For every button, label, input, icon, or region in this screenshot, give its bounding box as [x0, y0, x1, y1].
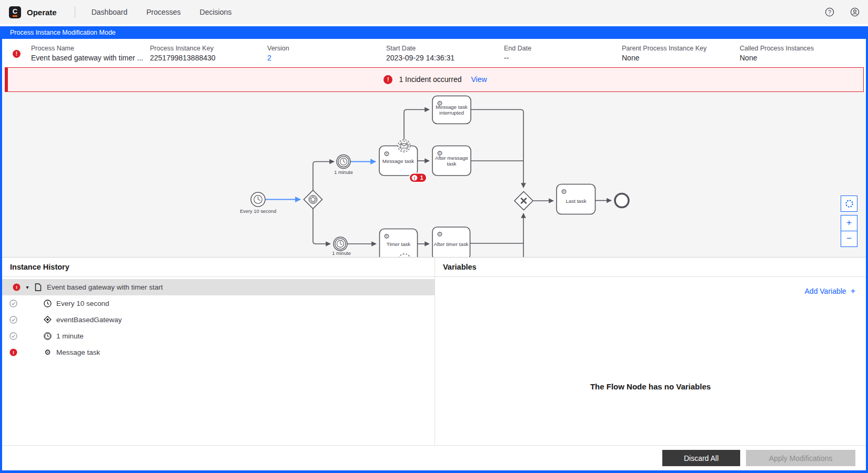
incident-count-text: 1 Incident occurred: [399, 75, 461, 84]
diagram-controls: + −: [841, 196, 857, 247]
history-row[interactable]: Every 10 second: [2, 295, 435, 312]
nav-tab-decisions[interactable]: Decisions: [200, 8, 232, 16]
svg-text:After message: After message: [435, 155, 469, 160]
message-boundary-event[interactable]: [398, 140, 410, 152]
clock-icon: [44, 300, 52, 307]
bottom-panels: Instance History !▾Event based gateway w…: [2, 257, 866, 446]
event-based-gateway[interactable]: [304, 190, 322, 209]
variables-body: Add Variable + The Flow Node has no Vari…: [435, 277, 866, 446]
logo-letter: C: [13, 8, 17, 15]
incident-banner: ! 1 Incident occurred View: [5, 67, 864, 92]
task-message-task-interrupted[interactable]: ⚙ Message task interrupted: [432, 96, 471, 124]
svg-text:1 minute: 1 minute: [334, 169, 353, 174]
app-title: Operate: [27, 8, 57, 17]
field-start-date: Start Date 2023-09-29 14:36:31: [386, 45, 504, 67]
diagram-reset-button[interactable]: [841, 196, 857, 212]
nav-tabs: Dashboard Processes Decisions: [92, 8, 232, 16]
instance-history-title: Instance History: [2, 258, 435, 277]
task-after-message-task[interactable]: ⚙ After message task: [432, 146, 471, 176]
timer-event-1-minute-top[interactable]: 1 minute: [334, 155, 353, 174]
svg-text:1 minute: 1 minute: [332, 251, 351, 256]
field-parent-process-instance-key: Parent Process Instance Key None: [622, 45, 740, 67]
field-called-process-instances: Called Process Instances None: [740, 45, 866, 67]
svg-text:!: !: [414, 175, 416, 180]
svg-text:Every 10 second: Every 10 second: [240, 208, 276, 213]
instance-state: !: [2, 45, 31, 67]
nav-divider: [75, 6, 75, 18]
svg-text:!: !: [13, 349, 14, 355]
svg-text:Message task: Message task: [382, 158, 415, 163]
modification-footer: Discard All Apply Modifications: [2, 445, 866, 470]
incident-state-icon: !: [13, 283, 21, 291]
svg-text:!: !: [16, 284, 17, 290]
logo-underline: [13, 15, 17, 17]
incident-state-icon: !: [13, 50, 21, 58]
instance-history-panel: Instance History !▾Event based gateway w…: [2, 258, 435, 446]
field-end-date: End Date --: [504, 45, 622, 67]
document-icon: [34, 283, 42, 291]
zoom-out-button[interactable]: −: [841, 231, 857, 247]
service-task-gear-icon: ⚙: [561, 187, 567, 195]
field-process-name: Process Name Event based gateway with ti…: [31, 45, 150, 67]
help-icon[interactable]: ?: [825, 7, 834, 17]
discard-all-button[interactable]: Discard All: [662, 450, 740, 466]
chevron-down-icon[interactable]: ▾: [25, 284, 30, 290]
task-message-task[interactable]: ⚙ Message task: [379, 146, 418, 176]
svg-text:?: ?: [828, 9, 831, 15]
task-timer-task[interactable]: ⚙ Timer task: [380, 229, 418, 257]
incident-icon: !: [383, 75, 392, 84]
exclusive-gateway[interactable]: [514, 191, 533, 210]
variables-empty-message: The Flow Node has no Variables: [435, 382, 866, 391]
gateway-icon: [44, 315, 52, 324]
history-row-label: Event based gateway with timer start: [47, 283, 163, 291]
instance-history-list: !▾Event based gateway with timer startEv…: [2, 277, 435, 361]
variables-title: Variables: [435, 258, 866, 277]
svg-text:After timer task: After timer task: [434, 241, 469, 247]
version-link[interactable]: 2: [267, 54, 386, 62]
completed-state-icon: [9, 300, 17, 307]
field-process-instance-key: Process Instance Key 2251799813888430: [150, 45, 267, 67]
modification-frame: Process Instance Modification Mode ! Pro…: [0, 26, 868, 473]
svg-text:Timer task: Timer task: [387, 241, 410, 247]
svg-text:Message task: Message task: [436, 104, 468, 109]
add-variable-button[interactable]: Add Variable +: [805, 286, 855, 296]
zoom-in-button[interactable]: +: [841, 215, 857, 231]
nav-tab-processes[interactable]: Processes: [146, 8, 180, 16]
nav-tab-dashboard[interactable]: Dashboard: [92, 8, 128, 16]
plus-icon: +: [851, 286, 855, 296]
task-last-task[interactable]: ⚙ Last task: [557, 184, 596, 214]
service-task-gear-icon: ⚙: [383, 149, 390, 157]
service-task-gear-icon: ⚙: [383, 232, 390, 240]
apply-modifications-button[interactable]: Apply Modifications: [746, 450, 855, 466]
completed-state-icon: [9, 316, 17, 324]
history-row-label: eventBasedGateway: [56, 316, 122, 324]
svg-text:1: 1: [420, 175, 423, 181]
history-row-label: 1 minute: [56, 332, 84, 340]
user-icon[interactable]: [850, 7, 860, 17]
instance-header: ! Process Name Event based gateway with …: [2, 39, 866, 67]
history-row[interactable]: 1 minute: [2, 328, 435, 344]
variables-panel: Variables Add Variable + The Flow Node h…: [435, 258, 866, 446]
incident-state-icon: !: [9, 348, 17, 356]
task-after-timer-task[interactable]: ⚙ After timer task: [432, 227, 470, 257]
start-event-every-10-second[interactable]: Every 10 second: [240, 192, 276, 214]
reset-target-icon: [845, 199, 854, 208]
clock-multi-icon: [44, 332, 52, 340]
camunda-logo[interactable]: C: [9, 6, 21, 18]
history-row[interactable]: eventBasedGateway: [2, 312, 435, 328]
history-row-label: Message task: [56, 348, 100, 356]
history-row[interactable]: !▾Event based gateway with timer start: [2, 279, 435, 295]
bpmn-diagram-canvas[interactable]: Every 10 second 1 minute ⚙ Me: [2, 92, 866, 257]
incident-view-link[interactable]: View: [471, 75, 487, 84]
svg-text:task: task: [447, 161, 457, 167]
bpmn-diagram: Every 10 second 1 minute ⚙ Me: [2, 92, 866, 257]
top-navigation: C Operate Dashboard Processes Decisions …: [0, 0, 868, 24]
history-row[interactable]: !⚙Message task: [2, 344, 435, 361]
gear-icon: ⚙: [44, 348, 52, 356]
svg-text:Last task: Last task: [566, 198, 586, 203]
executed-flows: [266, 161, 376, 199]
timer-event-1-minute-bottom[interactable]: 1 minute: [332, 237, 351, 256]
end-event[interactable]: [615, 193, 629, 207]
field-version: Version 2: [267, 45, 386, 67]
incident-badge: ! 1: [409, 173, 427, 182]
